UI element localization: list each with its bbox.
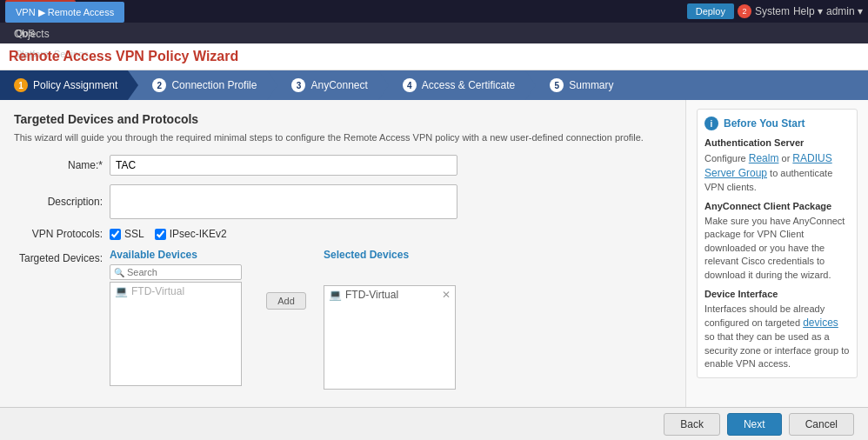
name-input[interactable] <box>110 155 457 176</box>
back-button[interactable]: Back <box>664 413 720 436</box>
wizard-step-4[interactable]: 5Summary <box>536 70 624 100</box>
device-search-box: 🔍 <box>110 264 242 280</box>
info-icon: i <box>704 117 718 130</box>
alert-badge[interactable]: 2 <box>738 4 751 18</box>
top-nav-right: Deploy 2 System Help ▾ admin ▾ <box>687 3 863 19</box>
ssl-checkbox[interactable] <box>110 229 121 240</box>
device-name: FTD-Virtual <box>345 289 398 301</box>
description-input[interactable] <box>110 184 457 219</box>
step-label: Summary <box>569 79 613 91</box>
step-num: 5 <box>550 78 564 92</box>
list-item[interactable]: 💻 FTD-Virtual ✕ <box>324 286 455 303</box>
step-label: Connection Profile <box>171 79 257 91</box>
deploy-button[interactable]: Deploy <box>687 3 734 19</box>
ipsec-checkbox-group: IPsec-IKEv2 <box>155 228 227 240</box>
section-desc: This wizard will guide you through the r… <box>14 131 671 144</box>
auth-server-text: Configure Realm or RADIUS Server Group t… <box>704 151 850 194</box>
list-item[interactable]: 💻 FTD-Virtual <box>110 283 241 300</box>
wizard-step-0[interactable]: 1Policy Assignment <box>0 70 128 100</box>
step-label: Policy Assignment <box>33 79 117 91</box>
next-button[interactable]: Next <box>727 413 782 436</box>
wizard-step-2[interactable]: 3AnyConnect <box>277 70 377 100</box>
wizard-arrow <box>128 70 138 100</box>
ipsec-label: IPsec-IKEv2 <box>170 228 227 240</box>
wizard-steps: 1Policy Assignment2Connection Profile3An… <box>0 70 868 100</box>
system-link[interactable]: System <box>755 5 790 17</box>
available-devices-panel: Available Devices 🔍 💻 FTD-Virtual <box>110 249 249 386</box>
help-link[interactable]: Help ▾ <box>793 5 823 17</box>
anyconnect-text: Make sure you have AnyConnect package fo… <box>704 215 850 282</box>
add-button[interactable]: Add <box>266 292 306 310</box>
wizard-arrow <box>267 70 277 100</box>
search-input[interactable] <box>127 267 247 277</box>
sub-nav-item[interactable]: QoS <box>5 23 124 43</box>
info-box: i Before You Start Authentication Server… <box>697 109 858 378</box>
selected-title: Selected Devices <box>324 249 463 261</box>
ssl-checkbox-group: SSL <box>110 228 144 240</box>
wizard-step-3[interactable]: 4Access & Certificate <box>389 70 525 100</box>
step-num: 1 <box>14 78 28 92</box>
wizard-arrow <box>378 70 389 100</box>
step-label: AnyConnect <box>310 79 367 91</box>
anyconnect-title: AnyConnect Client Package <box>704 201 850 211</box>
wizard-step-1[interactable]: 2Connection Profile <box>138 70 267 100</box>
wizard-steps-container: 1Policy Assignment2Connection Profile3An… <box>0 70 624 100</box>
info-header: i Before You Start <box>704 117 850 130</box>
search-icon: 🔍 <box>114 268 124 277</box>
section-title: Targeted Devices and Protocols <box>14 112 671 126</box>
selected-device-list[interactable]: 💻 FTD-Virtual ✕ <box>324 285 456 390</box>
name-label: Name:* <box>14 159 110 171</box>
devices-link[interactable]: devices <box>803 317 838 329</box>
device-interface-title: Device Interface <box>704 289 850 299</box>
targeted-label: Targeted Devices: <box>14 249 110 264</box>
ipsec-checkbox[interactable] <box>155 229 166 240</box>
left-panel: Targeted Devices and Protocols This wiza… <box>0 100 685 434</box>
targeted-devices-section: Targeted Devices: Available Devices 🔍 <box>14 249 671 390</box>
top-navigation: OverviewAnalysisPoliciesDevicesObjectsAM… <box>0 0 868 23</box>
selected-devices-panel: Selected Devices 💻 FTD-Virtual ✕ <box>324 249 463 390</box>
remove-icon[interactable]: ✕ <box>442 289 451 301</box>
wizard-arrow <box>525 70 536 100</box>
sub-nav-item[interactable]: VPN ▶ Remote Access <box>5 2 124 23</box>
available-device-list[interactable]: 💻 FTD-Virtual <box>110 282 242 386</box>
description-label: Description: <box>14 196 110 208</box>
info-header-title: Before You Start <box>724 117 805 130</box>
ssl-label: SSL <box>124 228 144 240</box>
main-content: Targeted Devices and Protocols This wiza… <box>0 100 868 434</box>
sub-navigation: Device ManagementNATVPN ▶ Remote AccessQ… <box>0 23 868 43</box>
step-num: 4 <box>403 78 417 92</box>
description-row: Description: <box>14 184 671 219</box>
vpn-label: VPN Protocols: <box>14 228 110 240</box>
device-name: FTD-Virtual <box>131 285 184 297</box>
name-row: Name:* <box>14 155 671 176</box>
add-button-container: Add <box>256 249 317 310</box>
device-interface-text: Interfaces should be already configured … <box>704 303 850 370</box>
devices-panels: Available Devices 🔍 💻 FTD-Virtual <box>110 249 463 390</box>
step-label: Access & Certificate <box>422 79 515 91</box>
right-panel: i Before You Start Authentication Server… <box>685 100 868 434</box>
auth-server-title: Authentication Server <box>704 137 850 148</box>
realm-link[interactable]: Realm <box>749 152 779 164</box>
available-title: Available Devices <box>110 249 249 261</box>
admin-link[interactable]: admin ▾ <box>826 5 863 17</box>
cancel-button[interactable]: Cancel <box>789 413 854 436</box>
device-icon: 💻 <box>115 285 128 297</box>
device-icon: 💻 <box>329 289 342 301</box>
step-num: 2 <box>152 78 166 92</box>
vpn-protocols-row: VPN Protocols: SSL IPsec-IKEv2 <box>14 228 671 240</box>
page-title: Remote Access VPN Policy Wizard <box>9 49 238 63</box>
bottom-bar: Back Next Cancel <box>0 407 868 440</box>
page-title-bar: Remote Access VPN Policy Wizard <box>0 43 868 70</box>
step-num: 3 <box>291 78 305 92</box>
